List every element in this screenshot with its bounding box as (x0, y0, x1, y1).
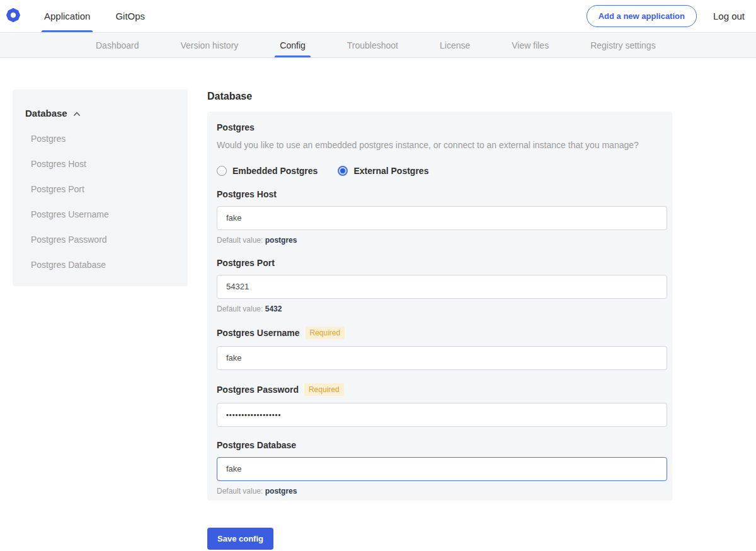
postgres-radio-group: Embedded Postgres External Postgres (217, 166, 664, 176)
postgres-port-input[interactable] (217, 275, 667, 299)
top-tab-application[interactable]: Application (42, 0, 93, 32)
postgres-group-label: Postgres (217, 122, 664, 132)
tab-registry-settings[interactable]: Registry settings (588, 33, 658, 57)
tab-view-files-label: View files (512, 40, 549, 50)
postgres-database-helper: Default value: postgres (217, 487, 664, 496)
top-tab-gitops-label: GitOps (115, 11, 145, 21)
postgres-password-input[interactable] (217, 403, 667, 427)
postgres-port-label-text: Postgres Port (217, 258, 275, 268)
default-value-label: Default value: (217, 236, 263, 245)
radio-unchecked-icon[interactable] (217, 166, 227, 176)
tab-troubleshoot[interactable]: Troubleshoot (345, 33, 401, 57)
postgres-database-label: Postgres Database (217, 440, 664, 450)
top-nav: Application GitOps Add a new application… (0, 0, 756, 33)
save-row: Save config (207, 528, 672, 550)
sidebar-item-postgres[interactable]: Postgres (25, 134, 175, 144)
config-group-panel: Postgres Would you like to use an embedd… (207, 112, 672, 501)
app-logo-icon (6, 8, 20, 25)
postgres-username-label: Postgres Username Required (217, 327, 664, 339)
required-badge: Required (304, 383, 344, 396)
top-tabs: Application GitOps (42, 0, 168, 32)
tab-config-label: Config (280, 40, 305, 50)
postgres-group-description: Would you like to use an embedded postgr… (217, 139, 664, 151)
active-tab-underline (42, 30, 93, 32)
postgres-database-label-text: Postgres Database (217, 440, 296, 450)
postgres-host-label: Postgres Host (217, 189, 664, 199)
tab-license[interactable]: License (437, 33, 472, 57)
top-tab-gitops[interactable]: GitOps (113, 0, 147, 32)
sidebar-item-postgres-username[interactable]: Postgres Username (25, 209, 175, 219)
postgres-host-label-text: Postgres Host (217, 189, 277, 199)
postgres-username-input[interactable] (217, 346, 667, 370)
config-sidebar: Database Postgres Postgres Host Postgres… (13, 90, 188, 286)
default-value-text: postgres (265, 236, 297, 245)
radio-external-postgres[interactable]: External Postgres (338, 166, 428, 176)
logout-link[interactable]: Log out (713, 11, 745, 21)
tab-version-history[interactable]: Version history (178, 33, 241, 57)
tab-license-label: License (440, 40, 470, 50)
sidebar-items: Postgres Postgres Host Postgres Port Pos… (25, 134, 175, 270)
postgres-password-label-text: Postgres Password (217, 385, 299, 395)
app-sub-nav: Dashboard Version history Config Trouble… (0, 33, 756, 58)
tab-version-history-label: Version history (181, 40, 239, 50)
tab-dashboard[interactable]: Dashboard (93, 33, 142, 57)
radio-checked-icon[interactable] (338, 166, 348, 176)
postgres-password-label: Postgres Password Required (217, 383, 664, 396)
sidebar-item-postgres-port[interactable]: Postgres Port (25, 184, 175, 194)
active-tab-underline (275, 55, 310, 57)
postgres-port-label: Postgres Port (217, 258, 664, 268)
tab-troubleshoot-label: Troubleshoot (347, 40, 398, 50)
required-badge: Required (306, 327, 345, 339)
default-value-text: postgres (265, 487, 297, 496)
sidebar-group-database[interactable]: Database (25, 108, 175, 119)
sidebar-item-postgres-database[interactable]: Postgres Database (25, 260, 175, 270)
radio-external-postgres-label: External Postgres (353, 166, 428, 176)
config-content: Database Postgres Would you like to use … (207, 90, 672, 550)
tab-view-files[interactable]: View files (509, 33, 551, 57)
default-value-label: Default value: (217, 487, 263, 496)
radio-embedded-postgres-label: Embedded Postgres (232, 166, 318, 176)
top-tab-application-label: Application (44, 11, 90, 21)
chevron-up-icon (73, 108, 81, 119)
postgres-username-label-text: Postgres Username (217, 328, 300, 338)
add-application-button[interactable]: Add a new application (587, 5, 697, 27)
top-nav-right: Add a new application Log out (587, 0, 756, 32)
postgres-host-helper: Default value: postgres (217, 236, 664, 245)
radio-dot (340, 168, 345, 173)
sidebar-item-postgres-host[interactable]: Postgres Host (25, 159, 175, 169)
app-logo[interactable] (0, 0, 20, 32)
sidebar-group-database-label: Database (25, 108, 67, 119)
postgres-port-helper: Default value: 5432 (217, 304, 664, 313)
default-value-label: Default value: (217, 304, 263, 313)
sidebar-item-postgres-password[interactable]: Postgres Password (25, 235, 175, 245)
postgres-host-input[interactable] (217, 206, 667, 230)
page-title: Database (207, 91, 672, 102)
tab-dashboard-label: Dashboard (96, 40, 139, 50)
tab-config[interactable]: Config (277, 33, 307, 57)
default-value-text: 5432 (265, 304, 282, 313)
radio-embedded-postgres[interactable]: Embedded Postgres (217, 166, 318, 176)
postgres-database-input[interactable] (217, 457, 667, 481)
save-config-button[interactable]: Save config (207, 528, 273, 550)
tab-registry-settings-label: Registry settings (590, 40, 655, 50)
main-area: Database Postgres Postgres Host Postgres… (0, 58, 756, 550)
